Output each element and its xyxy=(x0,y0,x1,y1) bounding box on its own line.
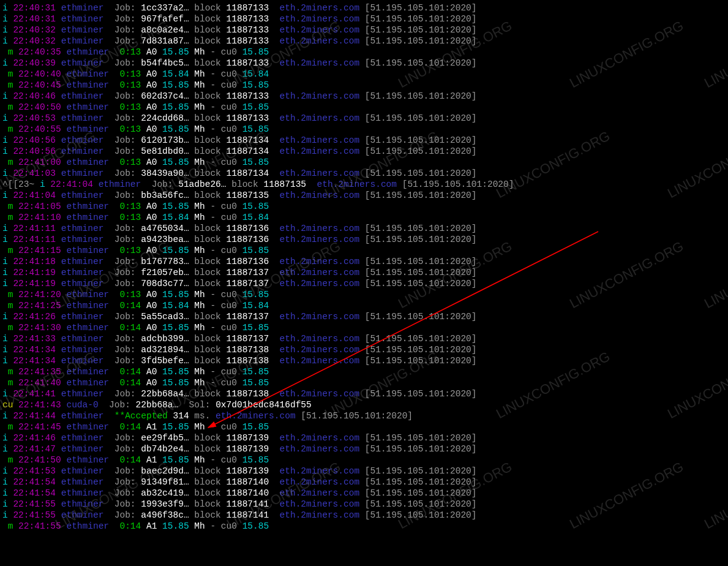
log-line: i 22:41:18 ethminer Job: b1767783… block… xyxy=(2,256,726,267)
log-line: i 22:40:31 ethminer Job: 967fafef… block… xyxy=(2,13,726,25)
log-line: i 22:41:53 ethminer Job: baec2d9d… block… xyxy=(2,466,726,477)
log-line: m 22:41:40 ethminer 0:14 A0 15.85 Mh - c… xyxy=(2,377,726,388)
log-line: m 22:41:50 ethminer 0:14 A1 15.85 Mh - c… xyxy=(2,455,726,466)
log-line: i 22:41:55 ethminer Job: a496f38c… block… xyxy=(2,510,726,521)
log-line: i 22:41:03 ethminer Job: 38439a90… block… xyxy=(2,168,726,179)
log-line: m 22:41:10 ethminer 0:13 A0 15.84 Mh - c… xyxy=(2,212,726,223)
log-line: i 22:40:46 ethminer Job: 602d37c4… block… xyxy=(2,91,726,102)
log-line: m 22:40:55 ethminer 0:13 A0 15.85 Mh - c… xyxy=(2,124,726,135)
log-line: m 22:41:20 ethminer 0:13 A0 15.85 Mh - c… xyxy=(2,289,726,300)
log-line: i 22:40:39 ethminer Job: b54f4bc5… block… xyxy=(2,58,726,69)
log-line: m 22:40:35 ethminer 0:13 A0 15.85 Mh - c… xyxy=(2,47,726,58)
log-line: m 22:41:45 ethminer 0:14 A1 15.85 Mh - c… xyxy=(2,421,726,432)
log-line: i 22:41:11 ethminer Job: a9423bea… block… xyxy=(2,234,726,245)
log-line: i 22:41:19 ethminer Job: f21057eb… block… xyxy=(2,267,726,278)
log-line: i 22:40:53 ethminer Job: 224cdd68… block… xyxy=(2,113,726,124)
log-line: i 22:41:11 ethminer Job: a4765034… block… xyxy=(2,223,726,234)
log-line: i 22:40:31 ethminer Job: 1cc337a2… block… xyxy=(2,2,726,13)
log-line: m 22:41:25 ethminer 0:14 A0 15.84 Mh - c… xyxy=(2,300,726,311)
log-line: m 22:40:50 ethminer 0:13 A0 15.85 Mh - c… xyxy=(2,102,726,113)
terminal-output: i 22:40:31 ethminer Job: 1cc337a2… block… xyxy=(2,2,726,532)
log-line: i 22:41:44 ethminer **Accepted 314 ms. e… xyxy=(2,410,726,421)
log-line: i 22:41:47 ethminer Job: db74b2e4… block… xyxy=(2,443,726,455)
log-line: i 22:40:56 ethminer Job: 6120173b… block… xyxy=(2,135,726,146)
log-line: m 22:40:40 ethminer 0:13 A0 15.84 Mh - c… xyxy=(2,69,726,80)
log-line: i 22:41:19 ethminer Job: 708d3c77… block… xyxy=(2,278,726,289)
log-line: i 22:40:32 ethminer Job: a8c0a2e4… block… xyxy=(2,25,726,36)
log-line: i 22:41:41 ethminer Job: 22bb68a4… block… xyxy=(2,388,726,399)
log-line: i 22:41:33 ethminer Job: adcbb399… block… xyxy=(2,333,726,344)
log-line: i 22:41:54 ethminer Job: ab32c419… block… xyxy=(2,488,726,499)
log-line: m 22:41:30 ethminer 0:14 A0 15.85 Mh - c… xyxy=(2,322,726,333)
log-line: m 22:41:05 ethminer 0:13 A0 15.85 Mh - c… xyxy=(2,201,726,212)
log-line: m 22:41:00 ethminer 0:13 A0 15.85 Mh - c… xyxy=(2,157,726,168)
log-line: i 22:41:55 ethminer Job: 1993e3f9… block… xyxy=(2,499,726,510)
log-line: i 22:40:32 ethminer Job: 7d831a87… block… xyxy=(2,36,726,47)
log-line: i 22:41:34 ethminer Job: 3fd5befe… block… xyxy=(2,355,726,366)
log-line: cu 22:41:43 cuda-0 Job: 22bb68a… Sol: 0x… xyxy=(2,399,726,410)
log-line: m 22:41:15 ethminer 0:13 A0 15.85 Mh - c… xyxy=(2,245,726,256)
log-line: i 22:41:54 ethminer Job: 91349f81… block… xyxy=(2,477,726,488)
log-line: m 22:41:55 ethminer 0:14 A1 15.85 Mh - c… xyxy=(2,521,726,532)
log-line: m 22:40:45 ethminer 0:13 A0 15.85 Mh - c… xyxy=(2,80,726,91)
log-line: m 22:41:35 ethminer 0:14 A0 15.85 Mh - c… xyxy=(2,366,726,377)
log-line: i 22:41:46 ethminer Job: ee29f4b5… block… xyxy=(2,432,726,443)
log-line: ^[[23~ i 22:41:04 ethminer Job: 51adbe26… xyxy=(2,179,726,190)
log-line: i 22:41:34 ethminer Job: ad321894… block… xyxy=(2,344,726,355)
log-line: i 22:41:26 ethminer Job: 5a55cad3… block… xyxy=(2,311,726,322)
log-line: i 22:40:56 ethminer Job: 5e81dbd0… block… xyxy=(2,146,726,157)
log-line: i 22:41:04 ethminer Job: bb3a56fc… block… xyxy=(2,190,726,201)
